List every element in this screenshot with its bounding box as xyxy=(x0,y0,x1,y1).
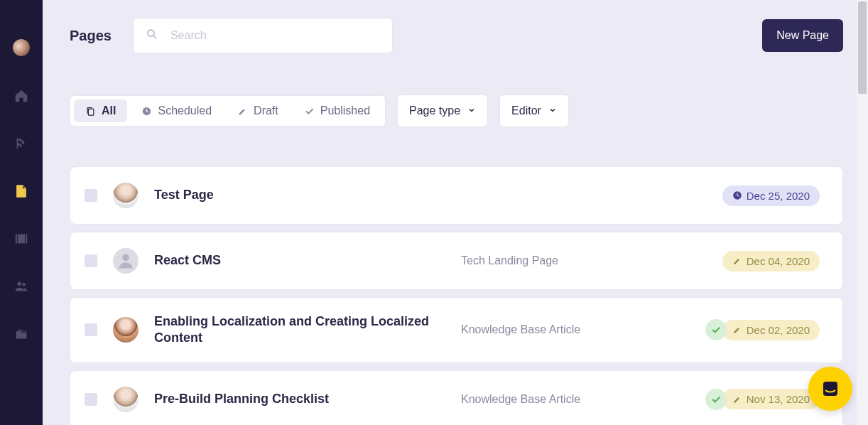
date-text: Nov 13, 2020 xyxy=(747,393,810,405)
new-page-button[interactable]: New Page xyxy=(762,19,843,52)
pencil-icon xyxy=(732,256,742,266)
row-checkbox[interactable] xyxy=(85,323,97,336)
avatar xyxy=(113,183,139,208)
dropdown-label: Editor xyxy=(511,104,541,117)
row-type: Tech Landing Page xyxy=(461,254,707,267)
clock-icon xyxy=(141,106,152,117)
row-title: Test Page xyxy=(154,187,445,203)
tab-draft[interactable]: Draft xyxy=(226,99,290,122)
svg-point-1 xyxy=(18,282,22,286)
clock-icon xyxy=(732,190,742,200)
tab-label: Scheduled xyxy=(158,104,212,117)
row-status: Nov 13, 2020 xyxy=(705,389,820,410)
row-status: Dec 25, 2020 xyxy=(722,185,820,206)
tab-label: All xyxy=(102,104,116,117)
date-pill: Dec 02, 2020 xyxy=(722,320,820,340)
pencil-icon xyxy=(237,106,248,117)
copy-icon xyxy=(85,106,96,117)
date-text: Dec 25, 2020 xyxy=(747,190,810,202)
current-user-avatar[interactable] xyxy=(13,39,30,56)
row-status: Dec 04, 2020 xyxy=(722,251,820,271)
avatar xyxy=(113,317,139,343)
published-check-icon xyxy=(705,319,727,340)
filter-row: All Scheduled Draft Published Page type xyxy=(70,95,843,127)
row-checkbox[interactable] xyxy=(85,254,97,267)
users-icon[interactable] xyxy=(13,279,29,294)
tab-label: Published xyxy=(320,104,370,117)
row-type: Knowledge Base Article xyxy=(461,323,690,336)
tab-published[interactable]: Published xyxy=(293,99,381,122)
row-title: Pre-Build Planning Checklist xyxy=(154,391,445,407)
svg-point-2 xyxy=(22,283,26,286)
page-row[interactable]: Enabling Localization and Creating Local… xyxy=(70,297,843,363)
page-type-dropdown[interactable]: Page type xyxy=(397,95,488,127)
date-pill: Dec 25, 2020 xyxy=(722,185,820,206)
page-list: Test PageDec 25, 2020React CMSTech Landi… xyxy=(70,166,843,425)
media-icon[interactable] xyxy=(13,231,29,247)
svg-rect-4 xyxy=(88,109,94,115)
row-title: React CMS xyxy=(154,252,445,269)
app-shell: Pages New Page All Scheduled xyxy=(0,0,868,425)
page-row[interactable]: Test PageDec 25, 2020 xyxy=(70,166,843,225)
editor-dropdown[interactable]: Editor xyxy=(499,95,569,127)
dropdown-label: Page type xyxy=(409,104,460,117)
date-pill: Nov 13, 2020 xyxy=(722,389,820,409)
check-icon xyxy=(304,106,315,117)
date-text: Dec 02, 2020 xyxy=(747,324,810,336)
search-wrap xyxy=(133,18,393,53)
row-checkbox[interactable] xyxy=(85,393,97,406)
header: Pages New Page xyxy=(70,18,843,53)
row-title: Enabling Localization and Creating Local… xyxy=(154,313,445,347)
svg-point-7 xyxy=(122,254,129,261)
date-pill: Dec 04, 2020 xyxy=(722,251,820,271)
row-checkbox[interactable] xyxy=(85,189,97,202)
search-icon xyxy=(146,28,158,43)
sidebar xyxy=(0,0,43,425)
page-row[interactable]: Pre-Build Planning ChecklistKnowledge Ba… xyxy=(70,370,843,425)
row-status: Dec 02, 2020 xyxy=(705,319,820,340)
tab-all[interactable]: All xyxy=(74,99,127,122)
page-title: Pages xyxy=(70,28,112,44)
avatar xyxy=(113,387,139,412)
pages-icon[interactable] xyxy=(13,183,29,199)
search-input[interactable] xyxy=(133,18,393,53)
tab-scheduled[interactable]: Scheduled xyxy=(130,99,223,122)
collections-icon[interactable] xyxy=(13,326,29,342)
row-type: Knowledge Base Article xyxy=(461,393,690,406)
scrollbar-thumb[interactable] xyxy=(858,1,867,94)
main-content: Pages New Page All Scheduled xyxy=(43,0,868,425)
scrollbar[interactable] xyxy=(857,0,868,425)
chat-fab[interactable] xyxy=(808,367,852,411)
intercom-icon xyxy=(820,378,841,399)
blog-icon[interactable] xyxy=(13,136,29,151)
pencil-icon xyxy=(732,325,742,335)
chevron-down-icon xyxy=(467,104,476,117)
filter-tabs: All Scheduled Draft Published xyxy=(70,95,386,127)
date-text: Dec 04, 2020 xyxy=(747,255,810,267)
chevron-down-icon xyxy=(548,104,557,117)
avatar xyxy=(113,248,139,274)
tab-label: Draft xyxy=(254,104,278,117)
svg-rect-8 xyxy=(823,382,837,396)
home-icon[interactable] xyxy=(13,88,29,104)
svg-point-3 xyxy=(148,30,154,36)
page-row[interactable]: React CMSTech Landing PageDec 04, 2020 xyxy=(70,232,843,290)
published-check-icon xyxy=(705,389,727,410)
pencil-icon xyxy=(732,394,742,404)
